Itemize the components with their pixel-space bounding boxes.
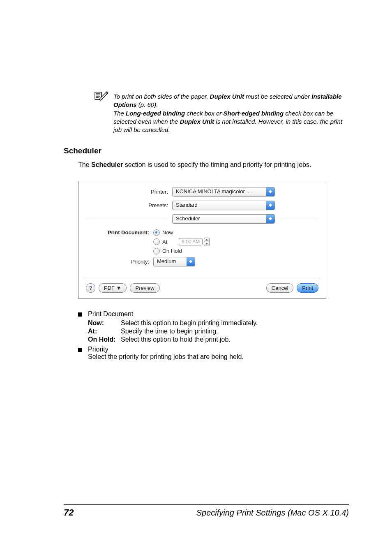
divider-left [86,219,166,219]
pdf-button-label: PDF ▼ [104,285,121,291]
note-line1a: To print on both sides of the paper, [113,93,210,100]
section-heading: Scheduler [64,146,349,155]
def-now-term: Now [88,319,102,326]
def-now-desc: Select this option to begin printing imm… [121,319,349,327]
svg-marker-9 [269,205,272,207]
footer-title: Specifying Print Settings (Mac OS X 10.4… [74,508,349,518]
note-pageref: (p. 60). [137,101,158,108]
svg-marker-11 [269,219,272,220]
time-stepper-up[interactable] [204,238,210,242]
note-line2a: The [113,110,126,117]
bullet-priority: Priority [88,346,349,353]
bullet-priority-desc: Select the priority for printing jobs th… [88,353,349,361]
intro-a: The [78,161,91,168]
help-button[interactable]: ? [86,283,95,293]
print-dialog: Printer: KONICA MINOLTA magicolor ... Pr… [78,181,326,299]
radio-now-label: Now [162,229,173,236]
preview-button[interactable]: Preview [130,283,159,293]
presets-select[interactable]: Standard [172,201,275,210]
note-shortedge: Short-edged binding [224,110,284,117]
note-longedge: Long-edged binding [126,110,185,117]
time-stepper-down[interactable] [204,242,210,246]
printer-select[interactable]: KONICA MINOLTA magicolor ... [172,187,275,197]
time-stepper[interactable] [204,238,210,246]
duplex-note: To print on both sides of the paper, Dup… [95,92,349,134]
presets-dropdown-button[interactable] [266,201,274,210]
svg-marker-12 [205,239,208,240]
note-line1b: must be selected under [244,93,311,100]
time-field[interactable]: 9:00 AM [179,238,203,245]
priority-dropdown-button[interactable] [187,257,195,266]
def-at-term: At [88,328,95,335]
radio-at[interactable] [153,238,160,245]
svg-marker-7 [269,192,272,193]
priority-label: Priority: [86,259,153,265]
printer-value: KONICA MINOLTA magicolor ... [173,187,266,196]
bullet-print-document: Print Document [88,310,349,318]
section-intro: The Scheduler section is used to specify… [78,160,349,169]
def-hold-desc: Select this option to hold the print job… [121,336,349,343]
presets-value: Standard [173,201,266,210]
radio-now[interactable] [153,229,160,236]
presets-label: Presets: [86,202,172,208]
priority-value: Medium [154,257,187,266]
intro-c: section is used to specify the timing an… [123,161,311,168]
radio-on-hold[interactable] [153,248,160,254]
print-document-label: Print Document: [86,229,153,254]
divider-right [281,219,318,219]
svg-marker-15 [189,261,192,263]
def-hold-term: On Hold [88,336,113,343]
printer-label: Printer: [86,189,172,195]
svg-marker-13 [205,243,208,245]
radio-at-label: At [162,239,167,245]
note-icon [95,91,108,102]
panel-select[interactable]: Scheduler [172,214,275,224]
note-duplex: Duplex Unit [210,93,244,100]
panel-value: Scheduler [173,215,266,223]
pdf-button[interactable]: PDF ▼ [99,283,127,293]
priority-select[interactable]: Medium [153,257,195,266]
page-number: 72 [64,507,74,518]
page-footer: 72 Specifying Print Settings (Mac OS X 1… [64,504,349,518]
note-text: To print on both sides of the paper, Dup… [113,92,349,134]
print-button[interactable]: Print [297,283,318,293]
printer-dropdown-button[interactable] [266,187,274,196]
bottom-divider [84,278,320,278]
radio-on-hold-label: On Hold [162,248,182,254]
cancel-button[interactable]: Cancel [266,283,293,293]
def-at-desc: Specify the time to begin printing. [121,328,349,335]
bullet-icon [78,348,82,352]
panel-dropdown-button[interactable] [266,215,274,223]
note-line2b: check box or [185,110,223,117]
bullet-icon [78,312,82,317]
intro-b: Scheduler [91,161,123,168]
note-duplex2: Duplex Unit [180,118,214,125]
